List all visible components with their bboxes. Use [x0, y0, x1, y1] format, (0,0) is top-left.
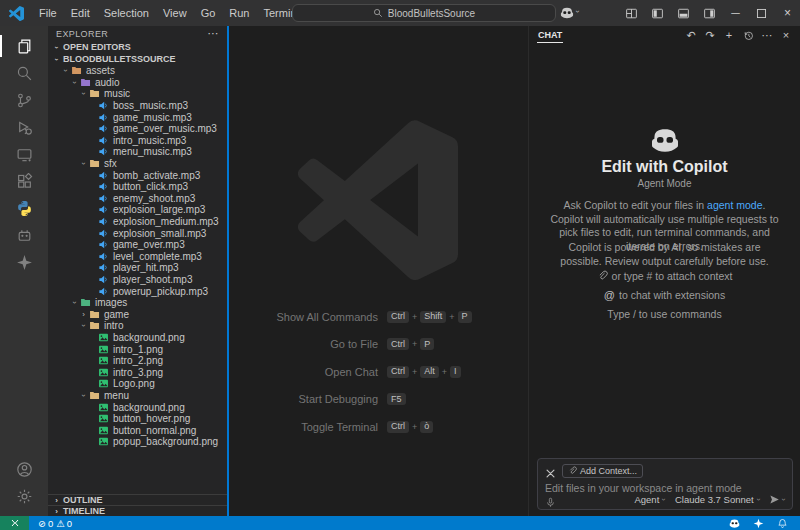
tree-item[interactable]: intro_3.png [48, 366, 227, 378]
tree-item[interactable]: intro_1.png [48, 343, 227, 355]
tree-item-label: explosion_small.mp3 [113, 228, 206, 239]
tree-item[interactable]: Logo.png [48, 378, 227, 390]
remote-indicator[interactable] [0, 516, 29, 530]
redo-icon[interactable]: ↷ [704, 29, 716, 41]
key-plus: + [412, 339, 417, 349]
bell-icon[interactable] [777, 518, 788, 529]
tree-item[interactable]: button_normal.png [48, 424, 227, 436]
chat-input-box[interactable]: Add Context... Edit files in your worksp… [537, 458, 793, 510]
new-chat-icon[interactable]: + [723, 29, 735, 41]
tools-icon[interactable] [545, 465, 556, 476]
tree-item[interactable]: enemy_shoot.mp3 [48, 193, 227, 205]
search-icon[interactable] [0, 60, 48, 86]
customize-layout-icon[interactable] [625, 7, 638, 20]
tree-item[interactable]: explosion_medium.mp3 [48, 216, 227, 228]
copilot-icon[interactable] [729, 518, 740, 529]
menu-run[interactable]: Run [222, 0, 256, 26]
history-icon[interactable] [742, 29, 754, 41]
python-icon[interactable] [0, 195, 48, 221]
tab-chat[interactable]: CHAT [537, 28, 563, 43]
chevron-down-icon: › [573, 10, 582, 13]
tree-item[interactable]: popup_background.png [48, 436, 227, 448]
account-icon[interactable] [0, 456, 48, 482]
add-context-label: Add Context... [580, 466, 637, 476]
minimize-icon[interactable]: ─ [729, 7, 742, 20]
tree-item[interactable]: button_click.mp3 [48, 181, 227, 193]
explorer-icon[interactable] [0, 33, 48, 59]
problems-indicator[interactable]: ⊘0 ⚠0 [38, 518, 72, 529]
tree-item[interactable]: game_music.mp3 [48, 111, 227, 123]
tree-item[interactable]: menu_music.mp3 [48, 146, 227, 158]
more-actions-icon[interactable]: ⋯ [761, 29, 773, 41]
tree-item[interactable]: ›intro [48, 320, 227, 332]
tree-item-label: background.png [113, 332, 185, 343]
model-picker[interactable]: Claude 3.7 Sonnet› [675, 494, 759, 505]
shortcut-row: Start DebuggingF5 [229, 386, 528, 414]
menu-file[interactable]: File [32, 0, 64, 26]
run-debug-icon[interactable] [0, 114, 48, 140]
tree-item[interactable]: game_over.mp3 [48, 239, 227, 251]
tree-item[interactable]: background.png [48, 401, 227, 413]
ai-sparkle-icon[interactable] [0, 249, 48, 275]
tree-item[interactable]: explosion_large.mp3 [48, 204, 227, 216]
timeline-section[interactable]: › TIMELINE [48, 505, 227, 516]
tree-item[interactable]: bomb_activate.mp3 [48, 169, 227, 181]
tree-item[interactable]: button_hover.png [48, 413, 227, 425]
settings-gear-icon[interactable] [0, 483, 48, 509]
source-control-icon[interactable] [0, 87, 48, 113]
sparkle-icon[interactable] [753, 518, 764, 529]
close-icon[interactable]: × [780, 29, 792, 41]
tree-item[interactable]: ›menu [48, 390, 227, 402]
maximize-icon[interactable] [755, 7, 768, 20]
command-center-search[interactable]: BloodBulletsSource [292, 4, 556, 22]
file-image-icon [98, 344, 109, 355]
tree-item-label: game_over_music.mp3 [113, 123, 217, 134]
menu-view[interactable]: View [156, 0, 194, 26]
undo-icon[interactable]: ↶ [685, 29, 697, 41]
tree-item[interactable]: powerup_pickup.mp3 [48, 285, 227, 297]
agent-mode-link[interactable]: agent mode [707, 199, 762, 211]
tree-item[interactable]: explosion_small.mp3 [48, 227, 227, 239]
microphone-icon[interactable] [545, 494, 556, 505]
file-audio-icon [98, 193, 109, 204]
tree-item[interactable]: ›images [48, 297, 227, 309]
chat-input-placeholder[interactable]: Edit files in your workspace in agent mo… [545, 482, 785, 494]
tree-item[interactable]: ›assets [48, 65, 227, 77]
tree-item[interactable]: player_hit.mp3 [48, 262, 227, 274]
tree-item[interactable]: player_shoot.mp3 [48, 274, 227, 286]
tree-item-label: enemy_shoot.mp3 [113, 193, 195, 204]
toggle-primary-sidebar-icon[interactable] [651, 7, 664, 20]
key-chip: Ctrl [387, 366, 409, 378]
menu-edit[interactable]: Edit [64, 0, 97, 26]
mode-picker[interactable]: Agent› [634, 494, 665, 505]
tree-item[interactable]: intro_2.png [48, 355, 227, 367]
tree-item[interactable]: level_complete.mp3 [48, 251, 227, 263]
toggle-panel-icon[interactable] [677, 7, 690, 20]
send-button[interactable]: › [769, 494, 785, 505]
copilot-robot-icon [650, 128, 680, 153]
game-extension-icon[interactable] [0, 222, 48, 248]
extensions-icon[interactable] [0, 168, 48, 194]
toggle-secondary-sidebar-icon[interactable] [703, 7, 716, 20]
status-bar-right [729, 518, 800, 529]
add-context-button[interactable]: Add Context... [562, 464, 643, 478]
menu-go[interactable]: Go [194, 0, 223, 26]
tree-item[interactable]: game_over_music.mp3 [48, 123, 227, 135]
menu-selection[interactable]: Selection [97, 0, 156, 26]
tree-item[interactable]: ›audio [48, 77, 227, 89]
chat-hint-text: Type / to use commands [607, 308, 721, 320]
outline-section[interactable]: › OUTLINE [48, 494, 227, 505]
open-editors-section[interactable]: › OPEN EDITORS [48, 41, 227, 53]
workspace-root-row[interactable]: › BLOODBULLETSSOURCE [48, 53, 227, 65]
close-icon[interactable]: × [781, 7, 794, 20]
tree-item[interactable]: intro_music.mp3 [48, 135, 227, 147]
tree-item[interactable]: ›game [48, 308, 227, 320]
tree-item[interactable]: ›sfx [48, 158, 227, 170]
sidebar-resize-sash[interactable] [227, 26, 229, 516]
tree-item[interactable]: boss_music.mp3 [48, 100, 227, 112]
explorer-more-actions-icon[interactable]: ⋯ [208, 27, 219, 40]
remote-explorer-icon[interactable] [0, 141, 48, 167]
titlebar-copilot-menu[interactable]: › [560, 5, 579, 17]
tree-item[interactable]: ›music [48, 88, 227, 100]
tree-item[interactable]: background.png [48, 332, 227, 344]
